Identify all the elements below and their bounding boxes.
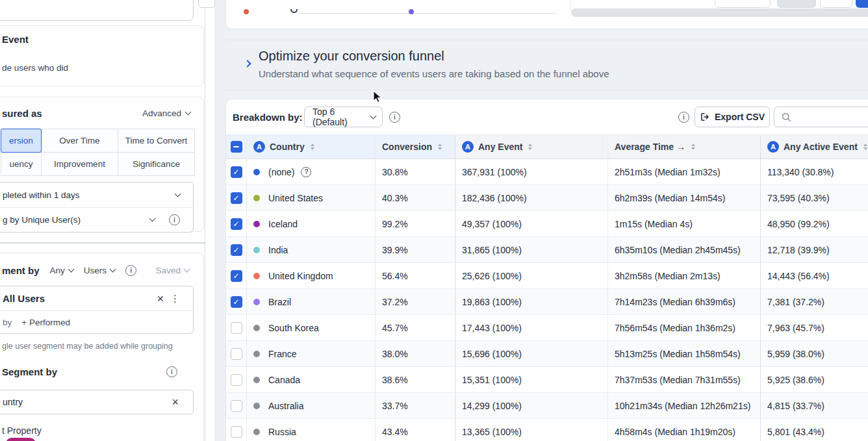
table-row[interactable]: France38.0%15,696 (100%)5h13m25s (Median… xyxy=(226,341,868,367)
info-icon[interactable]: i xyxy=(389,112,400,123)
close-icon[interactable]: × xyxy=(153,293,168,305)
cutoff-button-2[interactable] xyxy=(777,0,816,8)
conversion-value: 33.7% xyxy=(376,393,455,418)
table-row[interactable]: ✓Iceland99.2%49,357 (100%)1m15s (Median … xyxy=(226,211,868,237)
column-label: Country xyxy=(270,142,305,152)
table-row[interactable]: ✓Brazil37.2%19,863 (100%)7h14m23s (Media… xyxy=(226,289,868,315)
tab-significance[interactable]: Significance xyxy=(118,152,195,176)
advanced-dropdown[interactable]: Advanced xyxy=(142,108,190,118)
column-header-average-time-[interactable]: Average Time → xyxy=(608,135,761,158)
help-icon[interactable]: ? xyxy=(301,167,311,177)
cutoff-property-pill[interactable] xyxy=(6,438,36,441)
search-input[interactable] xyxy=(797,112,868,122)
chevron-down-icon xyxy=(185,109,192,116)
select-all-checkbox[interactable] xyxy=(231,141,242,153)
chevron-down-icon xyxy=(149,216,156,222)
any-event-value: 19,863 (100%) xyxy=(455,289,608,314)
country-label: Canada xyxy=(268,375,300,385)
row-checkbox[interactable]: ✓ xyxy=(231,296,242,308)
table-row[interactable]: Canada38.6%15,351 (100%)7h37m53s (Median… xyxy=(226,367,868,393)
select-all-cell xyxy=(226,135,247,158)
column-header-country[interactable]: ACountry xyxy=(247,135,376,158)
row-checkbox[interactable]: ✓ xyxy=(231,166,242,178)
cutoff-event-input[interactable] xyxy=(0,0,194,21)
any-active-value: 113,340 (30.8%) xyxy=(761,159,868,184)
table-row[interactable]: South Korea45.7%17,443 (100%)7h56m54s (M… xyxy=(226,315,868,341)
tab-ersion[interactable]: ersion xyxy=(1,129,42,153)
breakdown-select[interactable]: Top 6 (Default) xyxy=(304,107,383,127)
avg-time-value: 7h14m23s (Median 6h39m6s) xyxy=(608,289,761,314)
conversion-value: 38.0% xyxy=(376,341,455,366)
row-checkbox[interactable] xyxy=(231,374,242,386)
export-csv-button[interactable]: Export CSV xyxy=(695,107,770,127)
cutoff-toolbar-button[interactable] xyxy=(198,0,215,8)
row-checkbox[interactable] xyxy=(231,322,242,334)
row-checkbox[interactable]: ✓ xyxy=(231,244,242,256)
table-row[interactable]: ✓India39.9%31,865 (100%)6h35m10s (Median… xyxy=(226,237,868,263)
column-label: Conversion xyxy=(382,142,432,152)
filter-by-label[interactable]: by xyxy=(3,318,12,327)
column-header-conversion[interactable]: Conversion xyxy=(376,135,455,158)
any-active-value: 14,443 (56.4%) xyxy=(761,263,868,288)
counting-dropdown[interactable]: g by Unique User(s) i xyxy=(0,207,193,232)
table-row[interactable]: Russia43.4%13,365 (100%)4h58m4s (Median … xyxy=(226,419,868,441)
tab-over-time[interactable]: Over Time xyxy=(41,129,118,153)
table-row[interactable]: ✓United Kingdom56.4%25,626 (100%)3h2m58s… xyxy=(226,263,868,289)
row-checkbox[interactable] xyxy=(231,348,242,360)
sort-icon[interactable] xyxy=(691,144,695,150)
column-header-any-event[interactable]: AAny Event xyxy=(455,135,608,158)
row-checkbox[interactable]: ✓ xyxy=(231,218,242,230)
kebab-menu-icon[interactable]: ⋮ xyxy=(168,293,183,305)
table-row[interactable]: Australia33.7%14,299 (100%)10h21m34s (Me… xyxy=(226,393,868,419)
conversion-value: 45.7% xyxy=(376,315,455,340)
table-search[interactable] xyxy=(774,107,868,127)
column-header-any-active-event[interactable]: AAny Active Event xyxy=(761,135,868,158)
row-checkbox[interactable]: ✓ xyxy=(231,270,242,282)
tab-improvement[interactable]: Improvement xyxy=(41,152,118,176)
tab-uency[interactable]: uency xyxy=(1,152,42,176)
table-row[interactable]: ✓United States40.3%182,436 (100%)6h2m39s… xyxy=(226,185,868,211)
segment-by-country-chip[interactable]: untry × xyxy=(0,390,194,414)
conversion-window-dropdown[interactable]: pleted within 1 days xyxy=(0,183,193,207)
chevron-right-icon[interactable] xyxy=(244,60,251,67)
row-checkbox[interactable]: ✓ xyxy=(231,192,242,204)
info-icon[interactable]: i xyxy=(169,214,180,225)
table-row[interactable]: ✓(none)?30.8%367,931 (100%)2h51m3s (Medi… xyxy=(226,159,868,185)
panel-divider xyxy=(205,0,205,441)
row-checkbox[interactable] xyxy=(231,400,242,412)
any-active-value: 5,959 (38.0%) xyxy=(761,341,868,366)
cutoff-primary-button[interactable] xyxy=(856,0,868,8)
series-color-dot xyxy=(253,351,260,357)
sort-icon[interactable] xyxy=(438,144,442,150)
conversion-value: 99.2% xyxy=(376,211,455,236)
cutoff-button-1[interactable] xyxy=(715,0,771,8)
any-dropdown[interactable]: Any xyxy=(50,266,73,275)
horizontal-scrollbar-thumb[interactable] xyxy=(571,8,868,17)
segment-name: All Users xyxy=(3,293,153,304)
column-label: Any Event xyxy=(478,142,522,152)
any-event-value: 49,357 (100%) xyxy=(455,211,608,236)
country-label: (none) xyxy=(268,167,294,177)
tab-time-to-convert[interactable]: Time to Convert xyxy=(118,129,195,153)
cutoff-button-3[interactable] xyxy=(820,0,852,8)
saved-dropdown[interactable]: Saved xyxy=(156,266,189,275)
users-dropdown[interactable]: Users xyxy=(84,266,115,275)
info-icon[interactable]: i xyxy=(678,112,689,123)
sort-icon[interactable] xyxy=(528,144,532,150)
info-icon[interactable]: i xyxy=(166,366,177,377)
sort-icon[interactable] xyxy=(863,144,867,150)
conversion-value: 38.6% xyxy=(376,367,455,392)
optimize-funnel-banner[interactable]: Optimize your conversion funnel Understa… xyxy=(225,40,868,90)
info-icon[interactable]: i xyxy=(125,265,136,276)
close-icon[interactable]: × xyxy=(168,396,183,408)
breakdown-table-card: Breakdown by: Top 6 (Default) i i Export… xyxy=(225,99,868,441)
conversion-value: 30.8% xyxy=(376,159,455,184)
conversion-value: 43.4% xyxy=(376,419,455,441)
row-checkbox[interactable] xyxy=(231,426,242,438)
add-property-button[interactable]: t Property xyxy=(2,425,42,436)
banner-subtitle: Understand what sequence of events users… xyxy=(259,68,609,79)
add-performed-button[interactable]: + Performed xyxy=(21,318,70,327)
measured-options-box: pleted within 1 days g by Unique User(s)… xyxy=(0,182,194,233)
country-label: United States xyxy=(268,193,323,203)
sort-icon[interactable] xyxy=(311,144,314,150)
